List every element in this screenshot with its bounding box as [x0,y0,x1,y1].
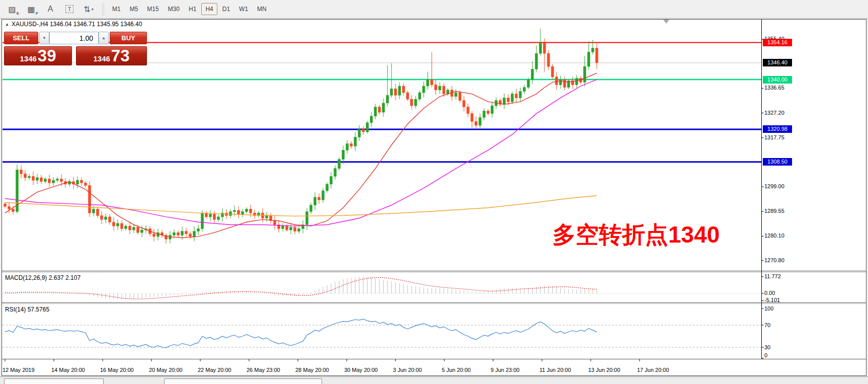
candle-body [346,143,349,150]
collapse-triangle-icon[interactable]: ▲ [5,22,9,27]
candle-body [479,117,482,125]
candle-body [137,227,139,233]
candle-body [117,223,119,226]
volume-decrement-button[interactable]: ▼ [39,32,49,44]
candle-body [507,98,510,102]
candle-body [294,227,296,232]
candle-body [588,52,590,66]
chart-shift-triangle-icon [663,20,669,24]
chart-tabs-strip [0,376,868,384]
candle-body [189,234,192,237]
candle-body [551,66,554,77]
candle-body [185,232,188,234]
buy-price-big: 73 [111,47,130,65]
candle-body [153,234,155,237]
candle-body [427,80,429,86]
candle-body [403,86,405,93]
candle-body [519,91,522,98]
candle-body [193,232,196,237]
candle-body [366,123,369,132]
candle-body [560,80,562,85]
candle-body [326,184,329,191]
candle-body [374,107,377,116]
candle-body [20,170,23,174]
candle-body [12,209,15,211]
candle-body [523,88,526,92]
candle-body [471,114,474,122]
candle-body [129,226,131,230]
terminal-stage: ▨E▦FAT⇅▾ M1M5M15M30H1H4D1W1MN 1355.40133… [0,0,868,384]
buy-price-small: 1346 [93,54,110,63]
candle-body [491,106,494,114]
candle-body [527,80,530,88]
buy-button[interactable]: BUY [110,32,147,44]
one-click-trade-panel: SELL ▼ ▲ BUY 1346 39 1346 73 [4,30,147,66]
candle-body [338,160,341,169]
candle-body [209,214,212,217]
candle-body [250,209,252,213]
candle-body [298,228,300,231]
volume-increment-button[interactable]: ▲ [99,32,109,44]
chart-tab[interactable] [4,378,104,384]
candle-body [121,223,123,228]
candle-body [342,150,345,159]
candle-body [97,209,99,215]
candle-body [81,180,83,183]
candle-body [44,179,47,182]
candle-body [274,221,276,225]
candle-body [350,143,353,146]
rsi-line [5,319,597,348]
candle-body [173,233,176,235]
candle-body [503,98,506,104]
candle-body [459,93,461,101]
candle-body [101,215,103,219]
candle-body [354,137,357,146]
candle-body [197,228,200,231]
candle-body [435,85,437,90]
chart-tab[interactable] [164,378,322,384]
candle-body [314,197,317,205]
candle-body [290,227,292,230]
candle-body [28,176,31,178]
candle-body [282,226,284,228]
candle-body [85,183,87,185]
candle-body [592,48,594,52]
candle-body [229,212,232,216]
candle-body [443,86,445,94]
sell-button[interactable]: SELL [4,32,38,44]
candle-body [556,77,558,85]
candle-body [213,214,216,219]
chart-symbol-title: ▲ XAUUSD-,H4 1346.04 1346.71 1345.95 134… [5,21,142,28]
candle-body [238,210,240,214]
candle-body [455,93,457,97]
volume-input[interactable] [49,32,99,44]
chart-annotation: 多空转折点1340 [553,219,720,251]
candle-body [382,103,385,112]
candle-body [4,204,7,206]
candle-body [165,235,168,239]
candle-body [93,209,95,213]
candle-body [48,179,51,183]
candle-body [56,179,59,181]
candle-body [543,43,546,53]
candle-body [407,93,409,99]
candle-body [439,86,441,90]
candle-body [109,217,111,222]
candle-body [233,210,236,212]
candle-body [584,66,586,82]
candle-body [515,94,518,98]
candle-body [310,205,312,212]
candle-body [201,213,204,228]
candle-body [411,99,413,106]
buy-price-box[interactable]: 1346 73 [76,46,147,65]
candle-body [475,121,478,125]
candle-body [177,233,180,235]
candle-body [483,111,486,117]
candle-body [89,186,91,213]
candle-body [318,197,321,200]
sell-price-box[interactable]: 1346 39 [4,46,72,65]
candle-body [286,226,288,230]
candle-body [76,180,79,184]
candle-body [105,217,107,219]
candle-body [330,176,333,184]
